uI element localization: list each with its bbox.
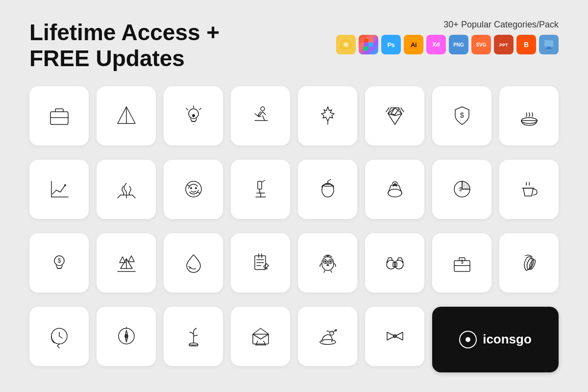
- iconsgo-logo-text: iconsgo: [483, 332, 532, 347]
- icon-card-chicken: [298, 307, 357, 366]
- header: Lifetime Access + FREE Updates 30+ Popul…: [29, 20, 559, 72]
- svg-point-44: [190, 187, 192, 189]
- categories-text: 30+ Popular Categories/Pack: [443, 20, 559, 30]
- icon-card-compass: [97, 307, 156, 366]
- main-container: Lifetime Access + FREE Updates 30+ Popul…: [0, 0, 588, 392]
- title-block: Lifetime Access + FREE Updates: [29, 20, 220, 72]
- icon-card-owl: [298, 233, 357, 293]
- icon-card-cash-register: $: [432, 233, 491, 293]
- icon-card-hot-bowl: [499, 86, 559, 146]
- svg-line-41: [132, 195, 135, 198]
- svg-text:$: $: [57, 257, 61, 264]
- main-title: Lifetime Access + FREE Updates: [29, 20, 220, 72]
- icon-card-briefcase: [29, 86, 89, 146]
- svg-line-23: [199, 108, 201, 110]
- ppt-badge: PPT: [494, 35, 514, 54]
- svg-point-20: [192, 114, 195, 117]
- keynote-badge: [539, 35, 559, 54]
- svg-point-56: [388, 189, 402, 197]
- icon-card-hand-plant: [164, 307, 223, 366]
- icon-card-diamond: [365, 86, 424, 146]
- ps-badge: Ps: [381, 35, 401, 54]
- icon-card-water-recycle: [164, 233, 223, 293]
- xd-badge: Xd: [426, 35, 446, 54]
- icon-card-person-desk: [231, 86, 290, 146]
- icon-card-coffee-cup: [499, 160, 559, 219]
- svg-line-33: [386, 108, 389, 112]
- svg-badge: SVG: [471, 35, 491, 54]
- svg-marker-67: [128, 256, 134, 262]
- icon-card-microscope: [231, 160, 290, 219]
- svg-point-38: [64, 184, 66, 186]
- svg-rect-46: [258, 181, 262, 189]
- svg-rect-10: [544, 40, 553, 47]
- iconsgo-logo-card[interactable]: iconsgo: [432, 307, 559, 372]
- icon-card-binoculars: [365, 233, 424, 293]
- svg-point-43: [186, 181, 201, 197]
- svg-line-106: [333, 330, 336, 332]
- icon-card-notepad: [231, 233, 290, 293]
- icon-card-pie-chart: $: [432, 160, 491, 219]
- svg-point-98: [125, 335, 127, 337]
- subtitle-block: 30+ Popular Categories/Pack: [336, 20, 559, 54]
- svg-line-82: [324, 270, 325, 272]
- icon-card-clock-arrow: [29, 307, 89, 366]
- icon-card-line-chart: [29, 160, 89, 219]
- svg-point-101: [190, 343, 197, 345]
- icon-card-envelope: [231, 307, 290, 366]
- icon-card-ring: [365, 160, 424, 219]
- icon-card-recycle: [164, 160, 223, 219]
- icon-card-dollar-bulb: $: [29, 233, 89, 293]
- svg-point-24: [261, 107, 265, 111]
- svg-line-55: [328, 179, 331, 181]
- icons-grid: $: [29, 86, 559, 372]
- svg-point-45: [195, 187, 197, 189]
- ai-badge: Ai: [404, 35, 423, 54]
- svg-rect-5: [364, 46, 368, 51]
- svg-line-40: [118, 195, 121, 198]
- icon-card-shield-dollar: $: [432, 86, 491, 146]
- svg-text:PPT: PPT: [499, 43, 508, 48]
- svg-point-79: [324, 261, 326, 263]
- svg-text:$: $: [461, 259, 464, 265]
- svg-rect-53: [324, 184, 332, 186]
- svg-rect-12: [546, 48, 552, 49]
- icon-card-bananas: [499, 233, 559, 293]
- svg-line-83: [331, 270, 332, 272]
- icon-card-tent: [97, 86, 156, 146]
- figma-badge: [359, 35, 378, 54]
- svg-point-80: [329, 261, 331, 263]
- svg-text:$: $: [460, 111, 464, 119]
- png-badge: PNG: [449, 35, 468, 54]
- icon-card-camp-trees: [97, 233, 156, 293]
- svg-line-34: [401, 108, 404, 112]
- format-icons: Ps Ai Xd PNG SVG PPT B: [336, 35, 559, 54]
- svg-rect-13: [50, 112, 68, 124]
- svg-line-22: [186, 108, 188, 110]
- svg-text:$: $: [459, 187, 462, 192]
- icon-card-bowtie: [365, 307, 424, 366]
- svg-point-6: [368, 42, 373, 47]
- svg-marker-81: [327, 264, 329, 266]
- icon-card-acorn: [298, 160, 357, 219]
- svg-line-51: [262, 180, 265, 182]
- svg-line-94: [59, 336, 62, 338]
- svg-line-75: [264, 269, 268, 270]
- blogger-badge: B: [516, 35, 536, 54]
- icon-card-maple-leaf: [298, 86, 357, 146]
- sketch-badge: [336, 35, 356, 54]
- icon-card-campfire: [97, 160, 156, 219]
- svg-rect-11: [547, 47, 550, 48]
- icon-card-idea-bulb: [164, 86, 223, 146]
